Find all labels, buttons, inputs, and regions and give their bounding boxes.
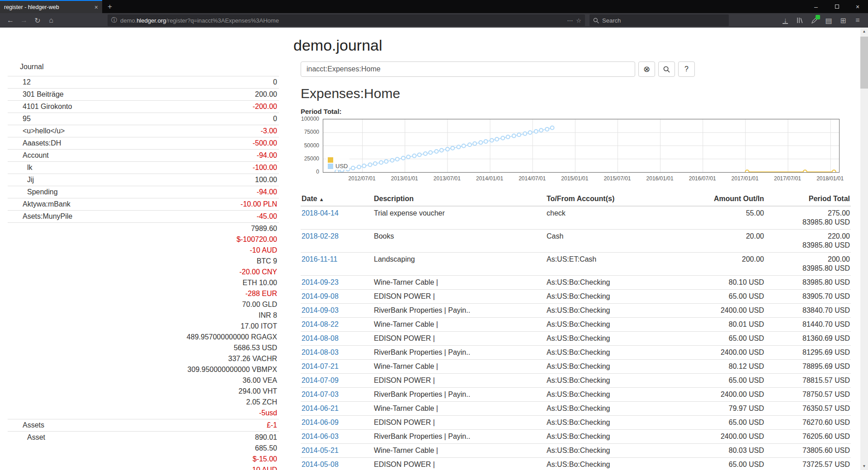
transaction-date-link[interactable]: 2018-04-14 [302,209,339,217]
account-balance: 890.01685.50$-15.00-10 AUD [250,432,277,470]
account-link[interactable]: lk [8,162,33,173]
transaction-date-link[interactable]: 2014-09-08 [302,292,339,300]
transaction-date-link[interactable]: 2014-08-03 [302,348,339,356]
account-link[interactable]: Aktywa:mBank [8,199,71,210]
transaction-date-link[interactable]: 2014-09-23 [302,278,339,286]
column-header-date[interactable]: Date▲ [301,192,373,206]
account-link[interactable]: Account [8,150,49,161]
browser-search-field[interactable]: Search [590,14,729,26]
help-button[interactable]: ? [678,61,695,77]
menu-icon[interactable]: ≡ [851,14,864,26]
reload-button[interactable]: ↻ [31,14,44,26]
account-balance: -500.00 [253,138,277,149]
bookmark-star-icon[interactable]: ☆ [576,17,581,24]
register-row: 2014-07-21Wine-Tarner Cable |As:US:Bo:Ch… [301,360,851,374]
account-balance: 100.00 [255,174,277,185]
account-link[interactable] [8,223,23,418]
chart-canvas [323,119,839,172]
transaction-period-total: 78895.69 USD [765,360,851,374]
account-link[interactable]: 12 [8,77,31,88]
transaction-date-link[interactable]: 2014-07-21 [302,362,339,370]
extension-pen-icon[interactable] [807,14,821,26]
clear-query-button[interactable]: ⊗ [638,61,655,77]
page-actions-icon[interactable]: ⋯ [567,17,573,24]
scrollbar-down-icon[interactable]: ▼ [860,462,868,470]
close-button[interactable]: × [847,0,868,13]
transaction-account: As:US:Bo:Checking [546,402,686,416]
account-link[interactable]: 301 Beiträge [8,89,64,100]
query-input[interactable] [301,61,635,77]
home-button[interactable]: ⌂ [44,14,58,26]
account-balance: -200.00 [253,101,277,112]
scrollbar-up-icon[interactable]: ▲ [860,28,868,35]
maximize-button[interactable] [826,0,847,13]
page-scrollbar[interactable]: ▲ ▼ [860,28,868,470]
transaction-date-link[interactable]: 2014-05-21 [302,446,339,454]
y-axis-tick-label: 0 [301,169,319,175]
transaction-date-link[interactable]: 2014-05-08 [302,461,339,468]
transaction-description: Books [373,230,546,253]
transaction-description: EDISON POWER | [373,416,546,430]
account-row: 120 [8,76,279,88]
transaction-description: EDISON POWER | [373,290,546,304]
browser-tab[interactable]: register - hledger-web × [0,0,102,13]
transaction-date-link[interactable]: 2014-09-03 [302,306,339,314]
sidebar-accounts: 120301 Beiträge200.004101 Girokonto-200.… [8,76,279,470]
sidebar-journal-link[interactable]: Journal [20,61,279,73]
transaction-description: Wine-Tarner Cable | [373,318,546,332]
account-balance: £-1 [267,420,277,431]
search-button[interactable] [658,61,675,77]
account-link[interactable]: Aaasets:DH [8,138,61,149]
account-link[interactable]: Asets:MunyPile [8,211,72,222]
account-balance: -45.00 [257,211,277,222]
transaction-date-link[interactable]: 2014-08-22 [302,320,339,328]
account-link[interactable]: <u>hello</u> [8,126,65,136]
transaction-date-link[interactable]: 2014-08-08 [302,334,339,342]
account-balance: -94.00 [257,187,277,197]
balance-amount: ETH 10.00 [187,277,277,288]
downloads-icon[interactable]: ↓ [778,14,792,26]
column-header-description: Description [373,192,546,206]
sidebar-toggle-icon[interactable]: ▤ [822,14,835,26]
account-link[interactable]: 4101 Girokonto [8,101,72,112]
register-row: 2014-08-22Wine-Tarner Cable |As:US:Bo:Ch… [301,318,851,332]
transaction-date-link[interactable]: 2014-06-03 [302,432,339,440]
browser-search-placeholder: Search [602,17,621,24]
grid-view-icon[interactable]: ⊞ [836,14,850,26]
transaction-account: check [546,206,686,230]
column-header-account: To/From Account(s) [546,192,686,206]
transaction-date-link[interactable]: 2014-06-09 [302,418,339,426]
url-subdomain: demo. [120,17,137,24]
chart-legend: USD [326,157,349,170]
new-tab-button[interactable]: + [102,0,118,13]
transaction-period-total: 275.0083985.80 USD [765,206,851,230]
transaction-description: RiverBank Properties | Payin.. [373,430,546,444]
transaction-account: As:US:Bo:Checking [546,332,686,346]
balance-amount: -200.00 [253,101,277,112]
transaction-date-link[interactable]: 2014-06-21 [302,404,339,412]
tab-close-icon[interactable]: × [94,4,98,11]
account-link[interactable]: Spending [8,187,58,197]
url-bar[interactable]: ⓘ demo.hledger.org/register?q=inacct%3AE… [108,14,585,26]
transaction-date-link[interactable]: 2016-11-11 [302,255,337,263]
library-icon[interactable] [793,14,807,26]
register-row: 2014-09-23Wine-Tarner Cable |As:US:Bo:Ch… [301,276,851,290]
account-row: Aktywa:mBank-10.00 PLN [8,198,279,210]
x-axis-tick-label: 2017/01/01 [731,175,759,182]
transaction-date-link[interactable]: 2014-07-09 [302,376,339,384]
navbar-right-icons: ↓ ▤ ⊞ ≡ [778,14,864,26]
transaction-date-link[interactable]: 2014-07-03 [302,390,339,398]
legend-label: USD [335,163,348,169]
account-link[interactable]: 95 [8,113,31,124]
account-link[interactable]: Jij [8,174,34,185]
account-balance: -10.00 PLN [241,199,277,210]
minimize-button[interactable]: – [806,0,826,13]
account-link[interactable]: Asset [8,432,45,470]
site-info-icon[interactable]: ⓘ [111,16,117,24]
transaction-date-link[interactable]: 2018-02-28 [302,232,339,240]
forward-button[interactable]: → [17,14,31,26]
back-button[interactable]: ← [4,14,17,26]
browser-titlebar: register - hledger-web × + – × [0,0,868,13]
account-link[interactable]: Assets [8,420,44,431]
scrollbar-thumb[interactable] [860,37,868,89]
